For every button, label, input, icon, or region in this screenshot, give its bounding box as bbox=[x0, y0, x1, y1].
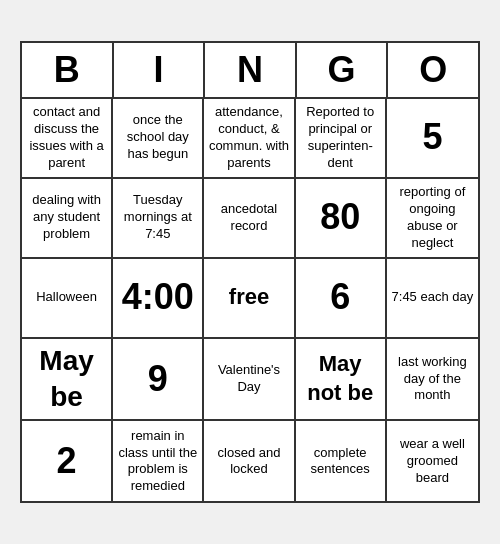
bingo-cell-6[interactable]: Tuesday mornings at 7:45 bbox=[113, 179, 204, 259]
bingo-cell-13[interactable]: 6 bbox=[296, 259, 387, 339]
bingo-cell-0[interactable]: contact and discuss the issues with a pa… bbox=[22, 99, 113, 179]
bingo-cell-10[interactable]: Halloween bbox=[22, 259, 113, 339]
header-letter-i: I bbox=[114, 43, 206, 97]
bingo-cell-17[interactable]: Valentine's Day bbox=[204, 339, 295, 422]
bingo-cell-19[interactable]: last working day of the month bbox=[387, 339, 478, 422]
bingo-cell-22[interactable]: closed and locked bbox=[204, 421, 295, 501]
bingo-cell-4[interactable]: 5 bbox=[387, 99, 478, 179]
bingo-cell-1[interactable]: once the school day has begun bbox=[113, 99, 204, 179]
bingo-cell-12[interactable]: free bbox=[204, 259, 295, 339]
bingo-cell-7[interactable]: ancedotal record bbox=[204, 179, 295, 259]
bingo-cell-20[interactable]: 2 bbox=[22, 421, 113, 501]
bingo-cell-9[interactable]: reporting of ongoing abuse or neglect bbox=[387, 179, 478, 259]
bingo-cell-24[interactable]: wear a well groomed beard bbox=[387, 421, 478, 501]
header-letter-o: O bbox=[388, 43, 478, 97]
bingo-cell-11[interactable]: 4:00 bbox=[113, 259, 204, 339]
bingo-cell-3[interactable]: Reported to principal or superinten-dent bbox=[296, 99, 387, 179]
header-letter-b: B bbox=[22, 43, 114, 97]
bingo-grid: contact and discuss the issues with a pa… bbox=[22, 99, 478, 502]
bingo-cell-14[interactable]: 7:45 each day bbox=[387, 259, 478, 339]
bingo-cell-21[interactable]: remain in class until the problem is rem… bbox=[113, 421, 204, 501]
bingo-cell-5[interactable]: dealing with any student problem bbox=[22, 179, 113, 259]
header-letter-g: G bbox=[297, 43, 389, 97]
bingo-card: BINGO contact and discuss the issues wit… bbox=[20, 41, 480, 504]
bingo-cell-18[interactable]: May not be bbox=[296, 339, 387, 422]
bingo-cell-16[interactable]: 9 bbox=[113, 339, 204, 422]
bingo-cell-15[interactable]: May be bbox=[22, 339, 113, 422]
bingo-cell-8[interactable]: 80 bbox=[296, 179, 387, 259]
bingo-cell-2[interactable]: attendance, conduct, & commun. with pare… bbox=[204, 99, 295, 179]
bingo-cell-23[interactable]: complete sentences bbox=[296, 421, 387, 501]
bingo-header: BINGO bbox=[22, 43, 478, 99]
header-letter-n: N bbox=[205, 43, 297, 97]
